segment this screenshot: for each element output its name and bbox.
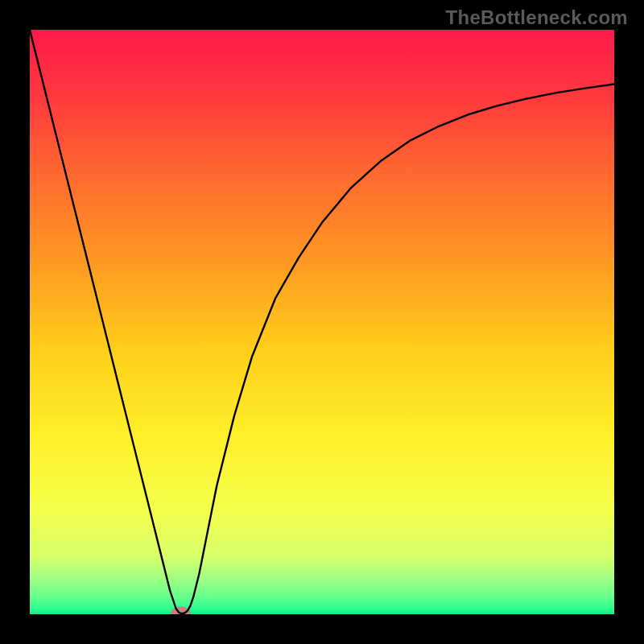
plot-area [30, 30, 614, 614]
gradient-background [30, 30, 614, 614]
chart-svg [30, 30, 614, 614]
watermark-text: TheBottleneck.com [446, 6, 628, 29]
chart-stage: TheBottleneck.com [0, 0, 644, 644]
